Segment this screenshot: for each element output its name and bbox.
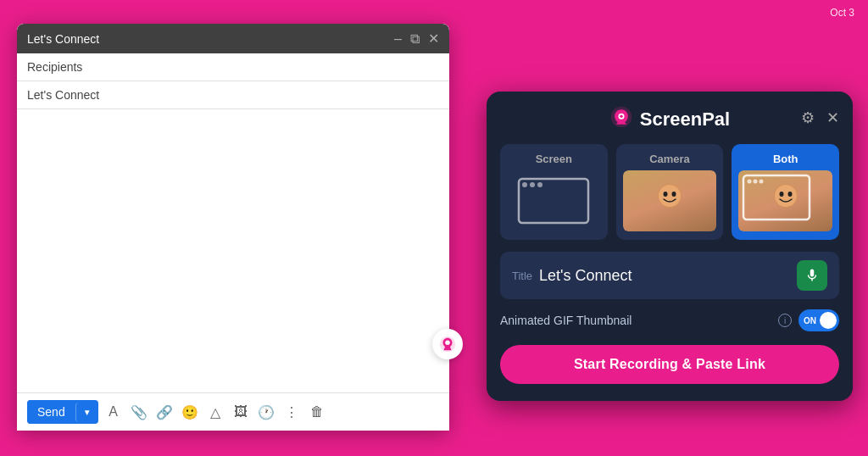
recipients-field[interactable]: Recipients [17, 53, 449, 81]
drive-icon[interactable]: △ [205, 402, 225, 422]
mode-both-preview [738, 170, 832, 231]
settings-icon[interactable]: ⚙ [801, 108, 815, 127]
sp-gif-toggle[interactable]: ON [798, 309, 839, 331]
sp-gif-row: Animated GIF Thumbnail i ON [500, 309, 839, 331]
sp-header-actions: ⚙ ✕ [801, 108, 839, 127]
svg-point-6 [522, 182, 527, 187]
schedule-icon[interactable]: 🕐 [256, 402, 276, 422]
send-dropdown-arrow[interactable]: ▼ [75, 403, 98, 422]
compose-window: Let's Connect – ⧉ ✕ Recipients Let's Con… [17, 24, 449, 431]
compose-toolbar: Send ▼ A 📎 🔗 🙂 △ 🖼 🕐 ⋮ 🗑 [17, 392, 449, 431]
compose-header: Let's Connect – ⧉ ✕ [17, 24, 449, 53]
svg-point-20 [760, 180, 764, 184]
sp-logo-icon [609, 105, 633, 134]
sp-logo: ScreenPal [609, 105, 730, 134]
screenpal-widget: ScreenPal ⚙ ✕ Screen Camera [487, 92, 853, 401]
start-recording-button[interactable]: Start Recording & Paste Link [500, 345, 839, 384]
mode-screen-label: Screen [507, 153, 601, 165]
mode-camera-preview [623, 170, 717, 231]
close-icon[interactable]: ✕ [428, 31, 439, 47]
compose-title: Let's Connect [27, 32, 99, 46]
expand-icon[interactable]: ⧉ [410, 31, 420, 47]
date-label: Oct 3 [830, 7, 854, 19]
sp-info-icon[interactable]: i [778, 314, 792, 327]
mode-screen[interactable]: Screen [500, 144, 608, 240]
image-icon[interactable]: 🖼 [231, 402, 251, 422]
svg-point-12 [672, 192, 676, 197]
sp-close-icon[interactable]: ✕ [826, 108, 839, 127]
attach-icon[interactable]: 📎 [129, 402, 149, 422]
sp-gif-label: Animated GIF Thumbnail [500, 314, 771, 327]
subject-field[interactable]: Let's Connect [17, 81, 449, 109]
emoji-icon[interactable]: 🙂 [180, 402, 200, 422]
svg-point-19 [754, 180, 758, 184]
send-button[interactable]: Send [27, 400, 75, 424]
mode-both-label: Both [738, 153, 832, 165]
compose-header-actions: – ⧉ ✕ [394, 31, 439, 47]
format-text-icon[interactable]: A [103, 402, 124, 422]
sp-title-row: Title [500, 252, 839, 299]
more-icon[interactable]: ⋮ [281, 402, 302, 422]
mode-screen-preview [507, 170, 601, 231]
sp-mic-button[interactable] [797, 260, 827, 291]
mode-both[interactable]: Both [732, 144, 839, 240]
delete-icon[interactable]: 🗑 [307, 402, 327, 422]
svg-point-7 [530, 182, 535, 187]
sp-modes: Screen Camera [487, 144, 853, 252]
mode-camera-label: Camera [623, 153, 717, 165]
svg-point-18 [748, 180, 752, 184]
sp-logo-text: ScreenPal [640, 108, 730, 131]
sp-title-label: Title [512, 270, 532, 282]
sp-toggle-knob [820, 312, 837, 329]
mode-camera[interactable]: Camera [616, 144, 724, 240]
svg-point-8 [537, 182, 542, 187]
svg-point-11 [664, 192, 668, 197]
sp-header: ScreenPal ⚙ ✕ [487, 92, 853, 144]
sp-toggle-text: ON [804, 316, 816, 325]
sp-title-input[interactable] [539, 267, 790, 285]
svg-point-1 [445, 340, 450, 345]
compose-body[interactable] [17, 109, 449, 392]
minimize-icon[interactable]: – [394, 31, 402, 47]
svg-point-10 [659, 185, 681, 207]
svg-rect-5 [519, 179, 588, 223]
screenpal-mini-icon[interactable] [432, 329, 463, 359]
svg-point-4 [620, 114, 623, 118]
link-icon[interactable]: 🔗 [154, 402, 175, 422]
